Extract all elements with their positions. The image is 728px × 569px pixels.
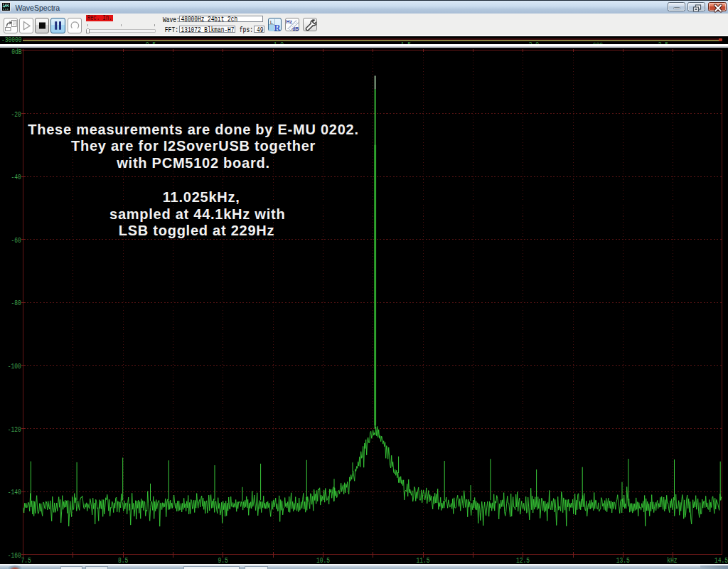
svg-text:with PCM5102 board.: with PCM5102 board. [116, 155, 269, 171]
svg-text:9.5: 9.5 [218, 556, 228, 563]
svg-text:13.5: 13.5 [616, 556, 630, 563]
svg-text:7.5: 7.5 [21, 556, 31, 563]
svg-text:LSB toggled at 229Hz: LSB toggled at 229Hz [119, 223, 274, 238]
svg-text:8.5: 8.5 [118, 556, 128, 563]
svg-text:14.5: 14.5 [714, 556, 728, 563]
svg-text:11.025kHz,: 11.025kHz, [163, 189, 240, 205]
svg-text:-140: -140 [8, 488, 21, 497]
svg-text:10.5: 10.5 [316, 556, 330, 563]
svg-text:L: L [270, 19, 274, 26]
svg-text:These measurements are done by: These measurements are done by E-MU 0202… [28, 122, 358, 137]
svg-text:12.5: 12.5 [516, 556, 530, 563]
svg-text:R: R [274, 23, 281, 32]
svg-text:kHz: kHz [667, 556, 677, 563]
svg-text:sampled at 44.1kHz with: sampled at 44.1kHz with [109, 206, 285, 222]
svg-text:-40: -40 [11, 173, 21, 182]
svg-text:11.5: 11.5 [416, 556, 429, 563]
svg-text:-100: -100 [8, 362, 21, 371]
svg-text:-80: -80 [11, 299, 21, 308]
svg-text:dB: dB [292, 26, 299, 31]
svg-text:-60: -60 [11, 236, 21, 245]
svg-text:Hz: Hz [287, 19, 293, 24]
svg-text:They are for I2SoverUSB togeth: They are for I2SoverUSB together [71, 138, 316, 154]
svg-text:-120: -120 [8, 425, 21, 434]
svg-text:-160: -160 [8, 551, 21, 560]
svg-text:-20: -20 [11, 110, 21, 119]
svg-text:0dB: 0dB [11, 48, 21, 57]
